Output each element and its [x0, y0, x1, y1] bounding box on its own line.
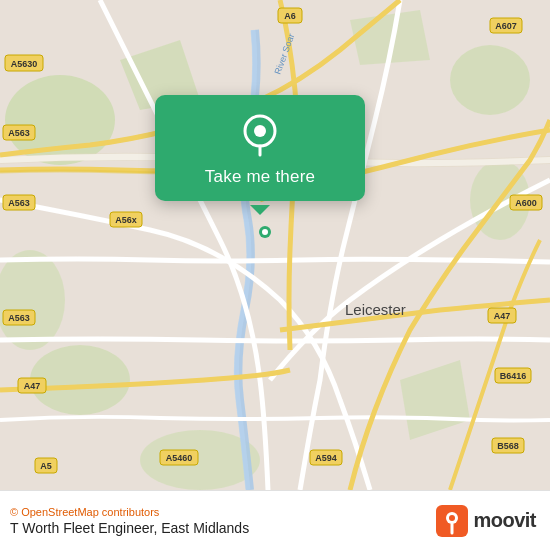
svg-text:A47: A47 — [494, 311, 511, 321]
footer: © OpenStreetMap contributors T Worth Fle… — [0, 490, 550, 550]
pin-icon — [238, 113, 282, 157]
take-me-there-button[interactable]: Take me there — [205, 167, 315, 187]
svg-text:A600: A600 — [515, 198, 537, 208]
svg-point-47 — [449, 515, 455, 521]
svg-text:A607: A607 — [495, 21, 517, 31]
svg-text:A563: A563 — [8, 198, 30, 208]
svg-text:A6: A6 — [284, 11, 296, 21]
map-svg: A5630 A563 A563 A563 A6 A607 A600 A47 A4… — [0, 0, 550, 490]
svg-text:A5630: A5630 — [11, 59, 38, 69]
moovit-logo: moovit — [436, 505, 536, 537]
svg-point-44 — [254, 125, 266, 137]
location-title: T Worth Fleet Engineer, East Midlands — [10, 520, 249, 536]
svg-text:A563: A563 — [8, 313, 30, 323]
svg-text:A5: A5 — [40, 461, 52, 471]
svg-point-42 — [262, 229, 268, 235]
moovit-brand-text: moovit — [473, 509, 536, 532]
svg-text:A56x: A56x — [115, 215, 137, 225]
moovit-brand-icon — [436, 505, 468, 537]
svg-text:B6416: B6416 — [500, 371, 527, 381]
svg-text:A47: A47 — [24, 381, 41, 391]
svg-text:A5460: A5460 — [166, 453, 193, 463]
popup-card: Take me there — [155, 95, 365, 201]
footer-left: © OpenStreetMap contributors T Worth Fle… — [10, 506, 249, 536]
svg-text:A594: A594 — [315, 453, 337, 463]
svg-text:B568: B568 — [497, 441, 519, 451]
osm-credit: © OpenStreetMap contributors — [10, 506, 249, 518]
svg-text:A563: A563 — [8, 128, 30, 138]
map-container: A5630 A563 A563 A563 A6 A607 A600 A47 A4… — [0, 0, 550, 490]
svg-point-2 — [450, 45, 530, 115]
city-label: Leicester — [345, 301, 406, 318]
